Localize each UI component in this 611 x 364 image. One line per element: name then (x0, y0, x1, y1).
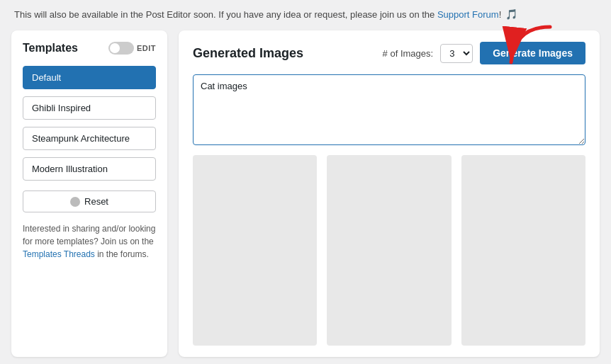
support-forum-link[interactable]: Support Forum (437, 9, 499, 20)
content-header: Generated Images # of Images: 1 2 3 4 Ge… (193, 42, 585, 64)
music-icon: 🎵 (505, 8, 517, 20)
image-placeholder-2 (327, 155, 451, 346)
templates-threads-link[interactable]: Templates Threads (23, 249, 95, 259)
edit-toggle[interactable] (108, 42, 134, 55)
edit-toggle-container[interactable]: EDIT (108, 42, 156, 55)
template-ghibli[interactable]: Ghibli Inspired (23, 96, 156, 120)
images-count-select[interactable]: 1 2 3 4 (440, 44, 473, 63)
reset-button[interactable]: Reset (23, 190, 156, 212)
reset-icon (70, 197, 80, 207)
notice-suffix: ! (499, 9, 502, 20)
footer-text2: in the forums. (95, 249, 149, 259)
sidebar-header: Templates EDIT (23, 42, 156, 55)
image-placeholder-1 (193, 155, 317, 346)
images-count-label: # of Images: (383, 48, 434, 59)
notice-text: This will also be available in the Post … (14, 9, 437, 20)
generated-images-title: Generated Images (193, 46, 303, 61)
header-controls: # of Images: 1 2 3 4 Generate Images (383, 42, 585, 64)
template-default[interactable]: Default (23, 66, 156, 89)
image-placeholders (193, 155, 585, 346)
generate-images-button[interactable]: Generate Images (480, 42, 585, 64)
toggle-track (108, 42, 134, 55)
toggle-label: EDIT (137, 44, 156, 52)
main-content: Generated Images # of Images: 1 2 3 4 Ge… (179, 30, 600, 357)
sidebar: Templates EDIT Default Ghibli Inspired S… (11, 30, 167, 357)
prompt-textarea[interactable]: Cat images (193, 74, 585, 145)
reset-label: Reset (84, 196, 108, 207)
template-steampunk[interactable]: Steampunk Architecture (23, 127, 156, 150)
main-area: Templates EDIT Default Ghibli Inspired S… (11, 30, 600, 357)
sidebar-title: Templates (23, 42, 78, 55)
top-notice: This will also be available in the Post … (11, 7, 600, 22)
footer-text: Interested in sharing and/or looking for… (23, 224, 155, 246)
sidebar-footer: Interested in sharing and/or looking for… (23, 222, 156, 261)
template-modern[interactable]: Modern Illustration (23, 157, 156, 181)
image-placeholder-3 (461, 155, 585, 346)
